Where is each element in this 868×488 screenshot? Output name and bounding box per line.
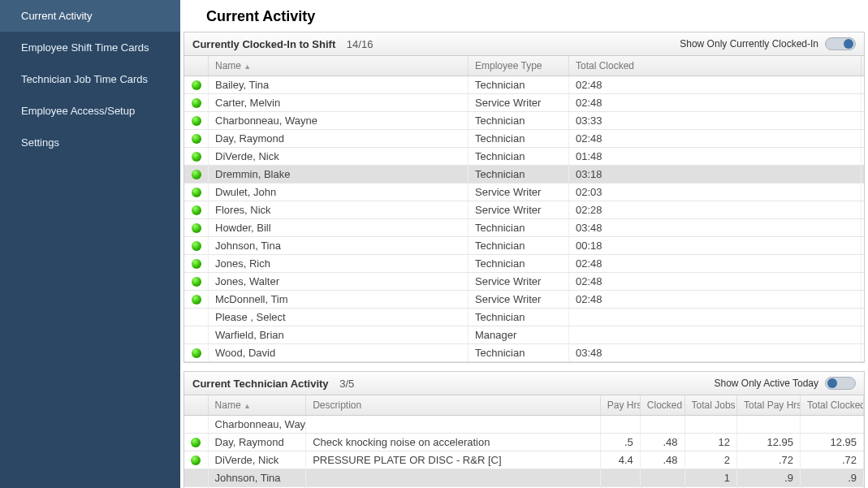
table-row[interactable]: Day, RaymondCheck knocking noise on acce…: [184, 434, 864, 451]
tph-cell: [737, 416, 801, 433]
activity-grid-body: Charbonneau, WayneDay, RaymondCheck knoc…: [184, 416, 864, 488]
shift-col-clocked[interactable]: Total Clocked: [569, 56, 862, 76]
clocked-cell: 03:48: [569, 344, 862, 361]
name-cell: Johnson, Tina: [209, 237, 469, 254]
status-dot-icon: [192, 277, 201, 287]
status-dot-icon: [192, 348, 201, 358]
table-row[interactable]: Dremmin, BlakeTechnician03:18: [184, 166, 864, 184]
table-row[interactable]: Day, RaymondTechnician02:48: [184, 130, 864, 148]
tc-cell: .72: [801, 451, 864, 469]
shift-toggle[interactable]: [825, 37, 856, 50]
act-col-jobs[interactable]: Total Jobs: [685, 395, 737, 415]
content-scroll[interactable]: Currently Clocked-In to Shift 14/16 Show…: [180, 32, 868, 488]
sidebar-item[interactable]: Employee Shift Time Cards: [0, 32, 180, 63]
table-row[interactable]: Jones, WalterService Writer02:48: [184, 273, 864, 291]
act-col-pay[interactable]: Pay Hrs: [601, 395, 641, 415]
desc-cell: PRESSURE PLATE OR DISC - R&R [C]: [306, 451, 601, 469]
status-cell: [184, 255, 209, 272]
sidebar-item[interactable]: Employee Access/Setup: [0, 95, 180, 127]
act-col-tph[interactable]: Total Pay Hrs: [737, 395, 801, 415]
shift-col-name[interactable]: Name ▲: [209, 56, 469, 76]
act-col-name[interactable]: Name ▲: [209, 395, 307, 415]
act-col-desc[interactable]: Description: [306, 395, 601, 415]
name-cell: Howder, Bill: [209, 219, 469, 236]
name-cell: Flores, Nick: [209, 201, 469, 218]
activity-toggle-label: Show Only Active Today: [714, 378, 818, 389]
status-cell: [184, 416, 209, 433]
clk-cell: .48: [641, 434, 685, 451]
clocked-cell: 02:48: [569, 255, 862, 272]
shift-panel-header: Currently Clocked-In to Shift 14/16 Show…: [184, 32, 864, 56]
jobs-cell: 2: [685, 451, 737, 469]
sort-asc-icon: ▲: [244, 63, 251, 71]
table-row[interactable]: Flores, NickService Writer02:28: [184, 201, 864, 219]
table-row[interactable]: DiVerde, NickPRESSURE PLATE OR DISC - R&…: [184, 451, 864, 469]
status-cell: [184, 148, 209, 165]
type-cell: Technician: [469, 344, 569, 361]
tph-cell: .72: [737, 451, 801, 469]
table-row[interactable]: Charbonneau, WayneTechnician03:33: [184, 112, 864, 130]
tph-cell: .9: [737, 469, 801, 486]
status-dot-icon: [191, 438, 201, 447]
clocked-cell: 02:48: [569, 291, 862, 308]
clocked-cell: 02:48: [569, 273, 862, 290]
pay-cell: 4.4: [601, 451, 641, 469]
name-cell: Charbonneau, Wayne: [209, 112, 469, 129]
clk-cell: [641, 416, 685, 433]
clocked-cell: 03:48: [569, 219, 862, 236]
type-cell: Technician: [469, 148, 569, 165]
name-cell: DiVerde, Nick: [209, 451, 307, 469]
type-cell: Service Writer: [469, 184, 569, 201]
shift-col-status[interactable]: [184, 56, 209, 76]
status-dot-icon: [192, 152, 201, 162]
act-col-clk[interactable]: Clocked: [641, 395, 685, 415]
table-row[interactable]: McDonnell, TimService Writer02:48: [184, 291, 864, 309]
table-row[interactable]: Dwulet, JohnService Writer02:03: [184, 184, 864, 201]
tc-cell: .9: [801, 469, 864, 486]
pay-cell: .5: [601, 434, 641, 451]
sidebar-item[interactable]: Current Activity: [0, 0, 180, 32]
clocked-cell: 01:48: [569, 148, 862, 165]
table-row[interactable]: Charbonneau, Wayne: [184, 416, 864, 434]
table-row[interactable]: DiVerde, NickTechnician01:48: [184, 148, 864, 166]
table-row[interactable]: Johnson, TinaTechnician00:18: [184, 237, 864, 255]
name-cell: Carter, Melvin: [209, 94, 469, 111]
clocked-cell: 03:18: [569, 166, 862, 183]
table-row[interactable]: Bailey, TinaTechnician02:48: [184, 76, 864, 94]
activity-panel-title: Current Technician Activity: [192, 378, 329, 390]
main-content: Current Activity Currently Clocked-In to…: [180, 0, 868, 488]
table-row[interactable]: Wood, DavidTechnician03:48: [184, 344, 864, 362]
name-cell: Day, Raymond: [209, 434, 307, 451]
page-title: Current Activity: [180, 0, 868, 32]
type-cell: Technician: [469, 219, 569, 236]
clocked-cell: [569, 309, 862, 326]
table-row[interactable]: Warfield, BrianManager: [184, 326, 864, 344]
clocked-cell: 02:48: [569, 76, 862, 93]
status-dot-icon: [192, 223, 201, 233]
table-row[interactable]: Carter, MelvinService Writer02:48: [184, 94, 864, 112]
status-dot-icon: [192, 170, 201, 179]
table-row[interactable]: Please , SelectTechnician: [184, 309, 864, 326]
sidebar-item[interactable]: Settings: [0, 127, 180, 158]
name-cell: DiVerde, Nick: [209, 148, 469, 165]
clocked-cell: 00:18: [569, 237, 862, 254]
activity-toggle[interactable]: [825, 377, 856, 390]
shift-col-type[interactable]: Employee Type: [469, 56, 569, 76]
sidebar-item[interactable]: Technician Job Time Cards: [0, 63, 180, 95]
status-dot-icon: [192, 98, 201, 108]
table-row[interactable]: Howder, BillTechnician03:48: [184, 219, 864, 237]
status-dot-icon: [192, 116, 201, 126]
table-row[interactable]: Jones, RichTechnician02:48: [184, 255, 864, 273]
clocked-cell: 03:33: [569, 112, 862, 129]
act-col-tc[interactable]: Total Clocked: [801, 395, 864, 415]
type-cell: Technician: [469, 255, 569, 272]
status-cell: [184, 237, 209, 254]
type-cell: Technician: [469, 309, 569, 326]
table-row[interactable]: Johnson, Tina1.9.9: [184, 469, 864, 487]
clocked-cell: 02:48: [569, 94, 862, 111]
tph-cell: 12.95: [737, 434, 801, 451]
clocked-cell: 02:48: [569, 130, 862, 147]
status-dot-icon: [192, 134, 201, 144]
name-cell: Wood, David: [209, 344, 469, 361]
act-col-status[interactable]: [184, 395, 209, 415]
